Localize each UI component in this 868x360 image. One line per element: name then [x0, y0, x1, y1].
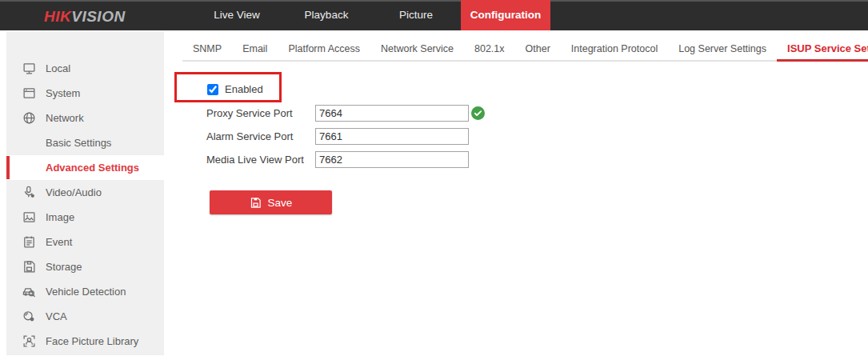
tab-picture[interactable]: Picture	[371, 0, 461, 30]
save-disk-icon	[250, 197, 262, 209]
sidebar: Local System Network Basic Settings Adva…	[6, 32, 164, 355]
tab-platform-access[interactable]: Platform Access	[278, 38, 370, 60]
tab-log-server-settings[interactable]: Log Server Settings	[668, 38, 777, 60]
logo-vision: VISION	[71, 8, 125, 25]
tab-playback[interactable]: Playback	[282, 0, 371, 30]
tab-configuration[interactable]: Configuration	[461, 0, 550, 30]
monitor-icon	[22, 62, 36, 75]
tab-integration-protocol[interactable]: Integration Protocol	[561, 38, 668, 60]
tab-other[interactable]: Other	[515, 38, 561, 60]
enabled-checkbox-row: Enabled	[207, 83, 263, 95]
sidebar-item-network[interactable]: Network	[6, 106, 164, 130]
sidebar-item-label: Network	[46, 112, 84, 124]
sidebar-item-basic-settings[interactable]: Basic Settings	[6, 130, 164, 155]
page: HIKVISION Live View Playback Picture Con…	[0, 0, 868, 360]
sidebar-item-label: VCA	[46, 310, 67, 322]
top-bar: HIKVISION Live View Playback Picture Con…	[0, 0, 868, 30]
sidebar-item-face-picture-library[interactable]: Face Picture Library	[6, 329, 164, 354]
settings-tab-bar: SNMP Email Platform Access Network Servi…	[182, 38, 868, 62]
hikvision-logo: HIKVISION	[44, 8, 126, 26]
proxy-service-port-input[interactable]	[315, 105, 469, 122]
sidebar-item-label: Face Picture Library	[46, 335, 138, 347]
alarm-service-port-label: Alarm Service Port	[206, 130, 318, 142]
proxy-service-port-label: Proxy Service Port	[206, 107, 318, 119]
enabled-label[interactable]: Enabled	[225, 83, 263, 95]
sidebar-item-advanced-settings[interactable]: Advanced Settings	[6, 155, 164, 180]
event-notepad-icon	[22, 235, 36, 249]
sidebar-item-image[interactable]: Image	[6, 205, 164, 230]
sidebar-item-label: Vehicle Detection	[46, 286, 126, 298]
sidebar-item-event[interactable]: Event	[6, 230, 164, 254]
face-frame-icon	[22, 334, 36, 348]
media-live-view-port-label: Media Live View Port	[206, 154, 318, 166]
sidebar-item-storage[interactable]: Storage	[6, 254, 164, 279]
vca-gear-icon	[22, 310, 36, 323]
microphone-gear-icon	[22, 186, 36, 199]
green-check-icon	[471, 106, 485, 120]
system-window-icon	[22, 86, 36, 100]
save-button-label: Save	[268, 197, 293, 209]
alarm-service-port-input[interactable]	[315, 128, 469, 145]
sidebar-item-local[interactable]: Local	[6, 56, 164, 81]
tab-email[interactable]: Email	[232, 38, 278, 60]
vehicle-search-icon	[22, 285, 36, 298]
image-icon	[22, 210, 36, 224]
storage-disk-icon	[22, 260, 36, 274]
sidebar-item-label: Local	[46, 62, 70, 74]
sidebar-item-label: Event	[46, 236, 72, 248]
sidebar-item-video-audio[interactable]: Video/Audio	[6, 180, 164, 205]
sidebar-item-label: System	[46, 87, 80, 99]
sidebar-item-label: Storage	[46, 261, 82, 273]
tab-snmp[interactable]: SNMP	[182, 38, 232, 60]
tab-802-1x[interactable]: 802.1x	[464, 38, 515, 60]
sidebar-item-label: Advanced Settings	[46, 162, 139, 174]
save-button[interactable]: Save	[210, 190, 332, 214]
enabled-checkbox[interactable]	[207, 84, 218, 95]
sidebar-item-label: Video/Audio	[46, 186, 102, 198]
tab-isup-service-settings[interactable]: ISUP Service Settings	[777, 38, 868, 62]
sidebar-item-system[interactable]: System	[6, 81, 164, 106]
sidebar-item-vehicle-detection[interactable]: Vehicle Detection	[6, 279, 164, 304]
globe-icon	[22, 111, 36, 125]
logo-hik: HIK	[44, 8, 71, 25]
sidebar-item-label: Basic Settings	[46, 137, 111, 149]
media-live-view-port-input[interactable]	[315, 151, 469, 168]
sidebar-item-label: Image	[46, 211, 74, 223]
top-navigation: Live View Playback Picture Configuration	[192, 0, 550, 30]
tab-network-service[interactable]: Network Service	[370, 38, 464, 60]
tab-live-view[interactable]: Live View	[192, 0, 282, 30]
sidebar-item-vca[interactable]: VCA	[6, 304, 164, 329]
